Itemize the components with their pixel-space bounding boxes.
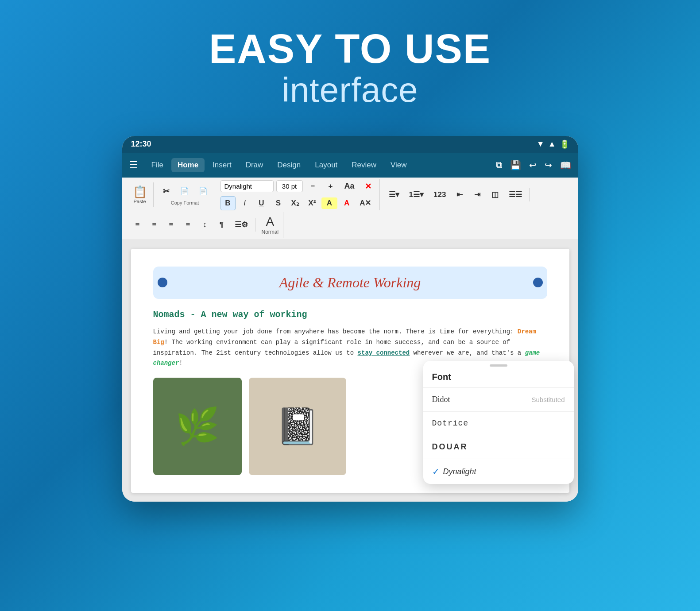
- font-panel: Font Didot Substituted Dotrice DOUAR: [423, 361, 574, 484]
- alignment-group: ≡ ≡ ≡ ≡ ↕ ¶ ☰⚙: [127, 218, 255, 232]
- bold-button[interactable]: B: [220, 196, 236, 210]
- document-title-banner: Agile & Remote Working: [153, 267, 547, 299]
- paragraph-button[interactable]: ☰☰: [505, 188, 526, 201]
- menu-view[interactable]: View: [384, 158, 413, 172]
- font-name-input[interactable]: Dynalight: [220, 180, 274, 192]
- increase-font-button[interactable]: +: [323, 180, 338, 193]
- screen-icon[interactable]: ⧉: [496, 160, 502, 170]
- decrease-font-button[interactable]: −: [306, 180, 321, 193]
- align-left-button[interactable]: ◫: [487, 188, 503, 201]
- body-text-3: wherever we are, and that's a: [410, 349, 525, 356]
- device-frame: 12:30 ▼ ▲ 🔋 ☰ File Home Insert Draw Desi…: [122, 136, 578, 502]
- status-time: 12:30: [131, 139, 151, 149]
- notebook-image: [249, 378, 346, 475]
- hamburger-menu[interactable]: ☰: [129, 159, 138, 171]
- numbered-list-button[interactable]: 1☰▾: [406, 188, 427, 201]
- copy-format-label: Copy Format: [171, 200, 199, 205]
- normal-style-group: A Normal: [257, 212, 284, 238]
- paste-icon: 📋: [133, 185, 147, 199]
- menu-file[interactable]: File: [145, 158, 170, 172]
- battery-icon: 🔋: [560, 139, 569, 149]
- highlight-button[interactable]: A: [321, 197, 337, 209]
- hero-section: EASY TO USE interface: [209, 27, 491, 109]
- menu-bar: ☰ File Home Insert Draw Design Layout Re…: [122, 153, 578, 178]
- list-indent-group: ☰▾ 1☰▾ 123 ⇤ ⇥ ◫ ☰☰: [382, 188, 530, 201]
- status-bar: 12:30 ▼ ▲ 🔋: [122, 136, 578, 153]
- font-item-douar[interactable]: DOUAR: [423, 435, 574, 459]
- body-text-1: Living and getting your job done from an…: [153, 328, 518, 335]
- paste-button[interactable]: 📋 Paste: [130, 184, 150, 205]
- font-selector-group: Dynalight 30 pt − + Aa ✕ B I U S X₂ X² A…: [217, 179, 380, 210]
- font-dotrice-label: Dotrice: [432, 419, 469, 428]
- body-text-4: !: [179, 360, 182, 367]
- document-subtitle: Nomads - A new way of working: [153, 309, 547, 320]
- menu-layout[interactable]: Layout: [309, 158, 344, 172]
- font-size-input[interactable]: 30 pt: [276, 180, 303, 192]
- align-right-button[interactable]: ≡: [164, 218, 179, 232]
- signal-icon: ▲: [548, 139, 556, 149]
- font-case-button[interactable]: Aa: [341, 179, 358, 193]
- save-icon[interactable]: 💾: [510, 160, 521, 170]
- menu-design[interactable]: Design: [271, 158, 307, 172]
- font-item-dotrice[interactable]: Dotrice: [423, 412, 574, 435]
- subscript-button[interactable]: X₂: [288, 196, 303, 210]
- indent-increase-button[interactable]: ⇥: [470, 188, 485, 201]
- undo-icon[interactable]: ↩: [529, 160, 537, 170]
- sort-button[interactable]: 123: [430, 188, 449, 201]
- pilcrow-button[interactable]: ¶: [214, 218, 229, 232]
- clear-format-button[interactable]: ✕: [361, 179, 376, 193]
- format-row: B I U S X₂ X² A A A✕: [220, 196, 376, 210]
- plant-image: [153, 378, 242, 475]
- font-douar-label: DOUAR: [432, 442, 468, 452]
- superscript-button[interactable]: X²: [305, 197, 320, 210]
- align-center-button[interactable]: ≡: [147, 218, 162, 232]
- cut-copy-group: ✂ 📄 📄 Copy Format: [155, 182, 215, 207]
- underline-button[interactable]: U: [254, 197, 269, 210]
- paste-label: Paste: [133, 199, 146, 204]
- menu-draw[interactable]: Draw: [240, 158, 270, 172]
- normal-label: Normal: [262, 229, 279, 235]
- justify-button[interactable]: ≡: [181, 218, 196, 232]
- font-panel-handle-bar: [490, 364, 507, 367]
- stay-connected-text: stay connected: [358, 349, 410, 356]
- font-panel-handle: [423, 361, 574, 370]
- font-color-button[interactable]: A: [339, 197, 354, 210]
- clear-char-button[interactable]: A✕: [356, 196, 375, 210]
- style-a-icon: A: [266, 215, 274, 229]
- align-left-text-button[interactable]: ≡: [130, 218, 145, 232]
- font-item-didot[interactable]: Didot Substituted: [423, 388, 574, 412]
- italic-button[interactable]: I: [237, 197, 252, 210]
- menu-right-icons: ⧉ 💾 ↩ ↪ 📖: [496, 160, 571, 170]
- copy-button[interactable]: 📄: [177, 184, 193, 198]
- toolbar: 📋 Paste ✂ 📄 📄 Copy Format Dynalight 30 p…: [122, 178, 578, 240]
- hero-title-line2: interface: [209, 71, 491, 109]
- paste-group: 📋 Paste: [127, 182, 154, 207]
- wifi-icon: ▼: [537, 139, 545, 149]
- format-settings-button[interactable]: ☰⚙: [231, 218, 251, 232]
- book-icon[interactable]: 📖: [560, 160, 571, 170]
- font-didot-label: Didot: [432, 395, 450, 404]
- check-icon: ✓: [432, 466, 440, 477]
- status-icons: ▼ ▲ 🔋: [537, 139, 569, 149]
- document-title-text: Agile & Remote Working: [279, 275, 421, 290]
- line-spacing-button[interactable]: ↕: [197, 218, 213, 232]
- hero-title-line1: EASY TO USE: [209, 27, 491, 71]
- font-dynalight-label: Dynalight: [443, 467, 476, 476]
- font-item-dynalight[interactable]: ✓ Dynalight: [423, 459, 574, 484]
- menu-review[interactable]: Review: [345, 158, 383, 172]
- document-page[interactable]: Agile & Remote Working Nomads - A new wa…: [131, 249, 569, 493]
- indent-decrease-button[interactable]: ⇤: [452, 188, 467, 201]
- font-panel-title: Font: [423, 370, 574, 388]
- font-didot-sub: Substituted: [531, 396, 565, 403]
- document-area: Agile & Remote Working Nomads - A new wa…: [122, 240, 578, 502]
- cut-button[interactable]: ✂: [159, 184, 174, 198]
- menu-home[interactable]: Home: [171, 158, 205, 172]
- paste-format-button[interactable]: 📄: [195, 184, 211, 198]
- redo-icon[interactable]: ↪: [545, 160, 552, 170]
- bullet-list-button[interactable]: ☰▾: [385, 188, 403, 201]
- menu-insert[interactable]: Insert: [206, 158, 238, 172]
- strikethrough-button[interactable]: S: [271, 197, 286, 210]
